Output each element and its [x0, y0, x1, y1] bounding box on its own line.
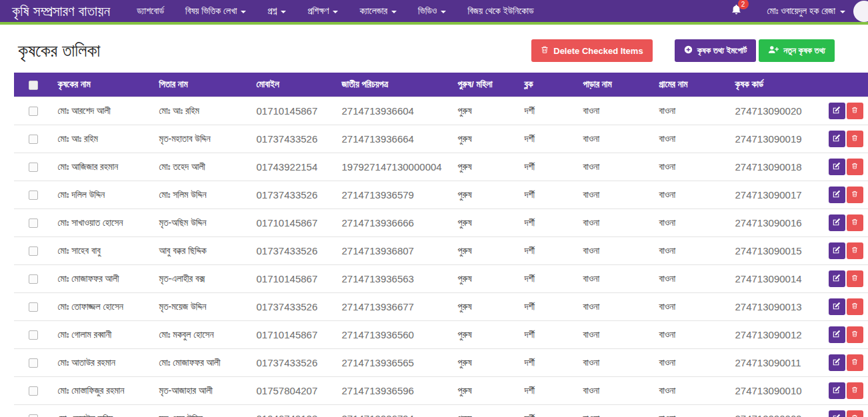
row-checkbox-cell: [14, 181, 53, 209]
delete-row-button[interactable]: [847, 298, 863, 315]
cell-block: দর্শী: [519, 209, 578, 237]
delete-checked-button[interactable]: Delete Checked Items: [531, 39, 652, 62]
table-header-row: কৃষকের নামপিতার নামমোবাইলজাতীয় পরিচয়পত…: [14, 73, 868, 97]
avatar[interactable]: [853, 1, 868, 22]
delete-row-button[interactable]: [847, 103, 863, 119]
row-actions-cell: [823, 293, 868, 321]
delete-row-button[interactable]: [847, 131, 863, 147]
cell-father: মোঃ মোজাফফর আলী: [154, 349, 251, 377]
row-checkbox[interactable]: [29, 274, 38, 284]
row-checkbox[interactable]: [29, 358, 38, 368]
edit-row-button[interactable]: [829, 242, 845, 259]
cell-para: বাওনা: [578, 349, 654, 377]
edit-row-button[interactable]: [829, 354, 845, 371]
column-header-4[interactable]: পুরুষ/ মহিলা: [453, 73, 519, 97]
edit-row-button[interactable]: [829, 131, 845, 147]
row-checkbox[interactable]: [29, 218, 38, 228]
delete-row-button[interactable]: [847, 242, 863, 259]
trash-icon: [851, 218, 858, 228]
cell-gender: পুরুষ: [453, 209, 519, 237]
row-checkbox[interactable]: [29, 246, 38, 256]
table-body: মোঃ আরশেদ আলীমোঃ আঃ রহিম0171014586727147…: [14, 97, 868, 417]
row-checkbox[interactable]: [29, 386, 38, 396]
notifications-button[interactable]: 2: [731, 4, 742, 18]
row-actions-cell: [823, 237, 868, 265]
row-checkbox[interactable]: [29, 163, 38, 172]
edit-row-button[interactable]: [829, 382, 845, 399]
navbar-right: 2 মোঃ ওবায়েদুল হক রেজা: [731, 1, 864, 22]
cell-mobile: 01737433526: [251, 293, 337, 321]
cell-village: বাওনা: [654, 265, 730, 293]
delete-row-button[interactable]: [847, 326, 863, 343]
brand-logo[interactable]: কৃষি সম্প্রসারণ বাতায়ন: [12, 3, 110, 19]
delete-row-button[interactable]: [847, 410, 863, 417]
edit-row-button[interactable]: [829, 159, 845, 175]
cell-card: 274713090012: [730, 321, 823, 349]
column-header-6[interactable]: পাড়ার নাম: [578, 73, 654, 97]
edit-row-button[interactable]: [829, 103, 845, 119]
nav-item-0[interactable]: ড্যাশবোর্ড: [126, 0, 175, 22]
nav-item-2[interactable]: প্রশ্ন: [257, 0, 297, 22]
delete-row-button[interactable]: [847, 187, 863, 203]
trash-icon: [851, 190, 858, 200]
row-actions-cell: [823, 209, 868, 237]
cell-gender: পুরুষ: [453, 265, 519, 293]
row-checkbox[interactable]: [29, 330, 38, 340]
nav-item-4[interactable]: ক্যালেন্ডার: [349, 0, 407, 22]
cell-card: 274713090010: [730, 377, 823, 405]
column-header-0[interactable]: কৃষকের নাম: [53, 73, 154, 97]
user-menu[interactable]: মোঃ ওবায়েদুল হক রেজা: [767, 5, 845, 17]
edit-row-button[interactable]: [829, 270, 845, 287]
cell-block: দর্শী: [519, 265, 578, 293]
new-farmer-button[interactable]: নতুন কৃষক তথ্য: [759, 39, 835, 62]
cell-name: মোঃ মোস্তাফিজুর রহমান: [53, 377, 154, 405]
table-row: মোঃ মোজাফফর আলীমৃত-এলাহীর বক্স0171014586…: [14, 265, 868, 293]
column-header-8[interactable]: কৃষক কার্ড: [730, 73, 823, 97]
cell-nid: 2714713936677: [337, 293, 453, 321]
edit-icon: [833, 330, 841, 340]
cell-mobile: 01737433526: [251, 237, 337, 265]
import-farmer-button[interactable]: কৃষক তথ্য ইমপোর্ট: [675, 39, 757, 62]
delete-row-button[interactable]: [847, 382, 863, 399]
column-header-7[interactable]: গ্রামের নাম: [654, 73, 730, 97]
nav-item-1[interactable]: বিষয় ভিত্তিক লেখা: [175, 0, 257, 22]
trash-icon: [851, 134, 858, 144]
column-header-3[interactable]: জাতীয় পরিচয়পত্র: [337, 73, 453, 97]
row-checkbox[interactable]: [29, 107, 38, 116]
delete-row-button[interactable]: [847, 270, 863, 287]
cell-father: মোঃ মকবুল হোসেন: [154, 321, 251, 349]
cell-card: 274713090015: [730, 237, 823, 265]
nav-item-6[interactable]: বিজয় থেকে ইউনিকোড: [457, 0, 544, 22]
row-checkbox[interactable]: [29, 135, 38, 144]
table-row: মোঃ মোস্তাফিজুর রহমানমৃত-আজাহার আলী01757…: [14, 377, 868, 405]
edit-row-button[interactable]: [829, 410, 845, 417]
edit-row-button[interactable]: [829, 326, 845, 343]
row-checkbox-cell: [14, 125, 53, 153]
edit-row-button[interactable]: [829, 298, 845, 315]
cell-father: মৃত-ওমর উদ্দিন: [154, 405, 251, 417]
cell-nid: 2714713936807: [337, 237, 453, 265]
row-checkbox[interactable]: [29, 191, 38, 200]
toolbar: Delete Checked Items কৃষক তথ্য ইমপোর্ট ন…: [531, 39, 835, 62]
farmers-table-wrap: কৃষকের নামপিতার নামমোবাইলজাতীয় পরিচয়পত…: [13, 73, 868, 417]
delete-row-button[interactable]: [847, 159, 863, 175]
delete-row-button[interactable]: [847, 354, 863, 371]
cell-gender: পুরুষ: [453, 321, 519, 349]
column-header-5[interactable]: ব্লক: [519, 73, 578, 97]
row-checkbox[interactable]: [29, 302, 38, 312]
cell-village: বাওনা: [654, 209, 730, 237]
select-all-checkbox[interactable]: [29, 81, 38, 90]
delete-row-button[interactable]: [847, 214, 863, 231]
cell-nid: 2714713936560: [337, 321, 453, 349]
row-checkbox[interactable]: [29, 414, 38, 417]
edit-row-button[interactable]: [829, 214, 845, 231]
column-header-2[interactable]: মোবাইল: [251, 73, 337, 97]
row-checkbox-cell: [14, 237, 53, 265]
column-header-1[interactable]: পিতার নাম: [154, 73, 251, 97]
edit-row-button[interactable]: [829, 187, 845, 203]
nav-item-5[interactable]: ভিডিও: [407, 0, 457, 22]
nav-item-3[interactable]: প্রশিক্ষণ: [297, 0, 349, 22]
cell-nid: 2714713936794: [337, 405, 453, 417]
cell-name: মোঃ আরশেদ আলী: [53, 97, 154, 125]
cell-name: মোঃ তোফাজ্জল হোসেন: [53, 293, 154, 321]
